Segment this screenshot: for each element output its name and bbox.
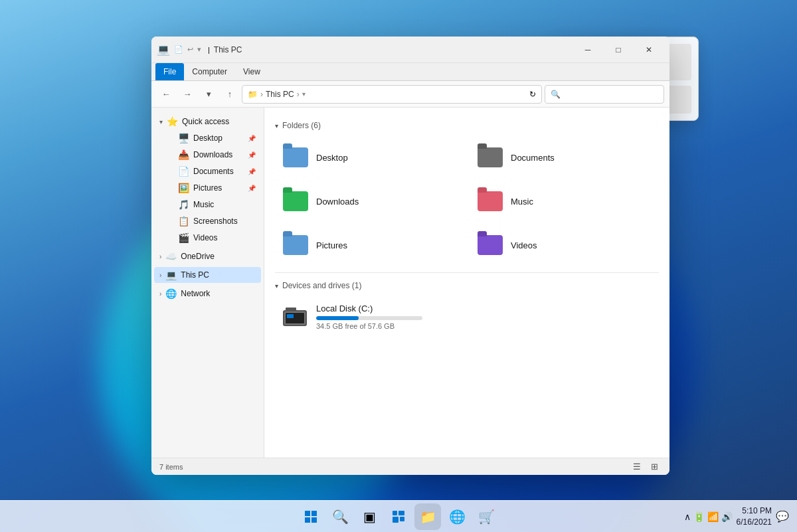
file-explorer-taskbar-button[interactable]: 📁 bbox=[414, 503, 441, 530]
details-view-button[interactable]: ☰ bbox=[630, 460, 644, 474]
navigation-bar: ← → ▾ ↑ 📁 › This PC › ▾ ↻ 🔍 bbox=[151, 81, 669, 108]
sidebar-item-videos[interactable]: 🎬 Videos bbox=[154, 230, 261, 246]
sidebar-item-quick-access[interactable]: ▾ ⭐ Quick access bbox=[154, 114, 261, 130]
videos-folder-icon-wrap bbox=[476, 231, 504, 259]
forward-button[interactable]: → bbox=[178, 85, 197, 104]
drive-c[interactable]: Local Disk (C:) 34.5 GB free of 57.6 GB bbox=[275, 298, 659, 335]
tab-computer[interactable]: Computer bbox=[184, 63, 235, 80]
sidebar-section-network: › 🌐 Network bbox=[151, 286, 264, 302]
chevron-up-icon[interactable]: ∧ bbox=[684, 511, 691, 522]
sidebar-downloads-label: Downloads bbox=[193, 150, 232, 159]
svg-rect-12 bbox=[393, 517, 398, 523]
window-icon: 💻 bbox=[157, 43, 170, 56]
up-button[interactable]: ↑ bbox=[221, 85, 239, 104]
edge-browser-button[interactable]: 🌐 bbox=[444, 503, 470, 530]
pictures-icon: 🖼️ bbox=[178, 183, 189, 193]
address-bar[interactable]: 📁 › This PC › ▾ ↻ bbox=[242, 85, 542, 104]
qt-dropdown-icon[interactable]: ▾ bbox=[197, 45, 201, 54]
tab-view[interactable]: View bbox=[235, 63, 268, 80]
ribbon: File Computer View bbox=[151, 63, 669, 81]
tiles-view-button[interactable]: ⊞ bbox=[647, 460, 662, 474]
folder-music[interactable]: Music bbox=[470, 182, 659, 221]
sidebar-item-documents[interactable]: 📄 Documents 📌 bbox=[154, 163, 261, 179]
maximize-button[interactable]: □ bbox=[603, 39, 634, 60]
drives-section: Local Disk (C:) 34.5 GB free of 57.6 GB bbox=[275, 298, 659, 335]
file-explorer-window: 💻 📄 ↩ ▾ | This PC ─ □ ✕ File Computer Vi… bbox=[151, 37, 669, 475]
sidebar-item-music[interactable]: 🎵 Music bbox=[154, 197, 261, 213]
close-button[interactable]: ✕ bbox=[634, 39, 664, 60]
sidebar-screenshots-label: Screenshots bbox=[193, 217, 238, 226]
drives-section-title: Devices and drives (1) bbox=[282, 281, 361, 290]
expand-icon: ▾ bbox=[159, 118, 163, 126]
drive-c-icon bbox=[282, 305, 308, 329]
search-button[interactable]: 🔍 bbox=[327, 503, 353, 530]
taskbar-center: 🔍 ▣ 📁 🌐 🛒 bbox=[298, 503, 499, 530]
folder-videos[interactable]: Videos bbox=[470, 226, 659, 264]
network-icon: 🌐 bbox=[165, 288, 177, 299]
quick-access-label: Quick access bbox=[182, 117, 229, 126]
sidebar-item-network[interactable]: › 🌐 Network bbox=[154, 286, 261, 302]
sidebar-section-onedrive: › ☁️ OneDrive bbox=[151, 248, 264, 264]
drives-section-header: ▾ Devices and drives (1) bbox=[275, 281, 659, 290]
qt-save-icon[interactable]: 📄 bbox=[174, 45, 183, 54]
notification-icon[interactable]: 💬 bbox=[776, 510, 789, 523]
system-tray: ∧ 🔋 📶 🔊 bbox=[684, 511, 733, 522]
content-pane: ▾ Folders (6) Desktop Documents bbox=[264, 108, 669, 458]
folder-desktop[interactable]: Desktop bbox=[275, 138, 464, 177]
back-button[interactable]: ← bbox=[157, 85, 175, 104]
store-button[interactable]: 🛒 bbox=[473, 503, 499, 530]
address-expand-icon[interactable]: ▾ bbox=[302, 90, 306, 98]
tab-file[interactable]: File bbox=[155, 63, 184, 80]
folders-collapse-icon[interactable]: ▾ bbox=[275, 122, 278, 130]
music-folder-icon bbox=[478, 191, 503, 211]
drive-c-info: Local Disk (C:) 34.5 GB free of 57.6 GB bbox=[316, 304, 652, 330]
search-box[interactable]: 🔍 bbox=[545, 85, 664, 104]
minimize-button[interactable]: ─ bbox=[573, 39, 603, 60]
documents-folder-icon bbox=[478, 147, 503, 167]
task-view-button[interactable]: ▣ bbox=[356, 503, 383, 530]
volume-icon[interactable]: 🔊 bbox=[721, 511, 733, 522]
sidebar-item-downloads[interactable]: 📥 Downloads 📌 bbox=[154, 147, 261, 163]
sidebar-item-screenshots[interactable]: 📋 Screenshots bbox=[154, 213, 261, 229]
pictures-folder-name: Pictures bbox=[316, 240, 347, 250]
drive-c-fill bbox=[316, 316, 359, 320]
qt-undo-icon[interactable]: ↩ bbox=[187, 45, 193, 54]
sidebar-item-this-pc[interactable]: › 💻 This PC bbox=[154, 267, 261, 283]
sidebar-documents-label: Documents bbox=[193, 167, 234, 176]
desktop-folder-name: Desktop bbox=[316, 153, 348, 163]
refresh-button[interactable]: ↻ bbox=[529, 90, 536, 99]
address-separator: › bbox=[260, 90, 263, 99]
videos-icon: 🎬 bbox=[178, 232, 189, 243]
widgets-button[interactable] bbox=[385, 503, 412, 530]
address-folder-icon: 📁 bbox=[248, 90, 258, 99]
music-folder-name: Music bbox=[511, 197, 533, 207]
sidebar-videos-label: Videos bbox=[193, 233, 217, 242]
drives-collapse-icon[interactable]: ▾ bbox=[275, 282, 278, 290]
onedrive-label: OneDrive bbox=[181, 252, 215, 261]
sidebar-item-desktop[interactable]: 🖥️ Desktop 📌 bbox=[154, 130, 261, 146]
history-dropdown-button[interactable]: ▾ bbox=[199, 85, 218, 104]
sidebar-section-quick-access: ▾ ⭐ Quick access 🖥️ Desktop 📌 📥 Download… bbox=[151, 114, 264, 246]
address-path: This PC bbox=[266, 90, 294, 99]
folder-documents[interactable]: Documents bbox=[470, 138, 659, 177]
downloads-icon: 📥 bbox=[178, 149, 189, 160]
address-separator2: › bbox=[297, 90, 300, 99]
start-button[interactable] bbox=[298, 503, 324, 530]
battery-icon: 🔋 bbox=[693, 511, 705, 522]
status-bar: 7 items ☰ ⊞ bbox=[151, 458, 669, 475]
desktop-folder-icon-wrap bbox=[282, 143, 310, 171]
clock[interactable]: 5:10 PM 6/16/2021 bbox=[737, 505, 772, 528]
expand-icon-onedrive: › bbox=[159, 253, 161, 260]
svg-rect-13 bbox=[400, 517, 404, 521]
pin-icon-2: 📌 bbox=[248, 151, 256, 159]
folder-pictures[interactable]: Pictures bbox=[275, 226, 464, 264]
sidebar-item-onedrive[interactable]: › ☁️ OneDrive bbox=[154, 248, 261, 264]
sidebar-item-pictures[interactable]: 🖼️ Pictures 📌 bbox=[154, 180, 261, 196]
expand-icon-this-pc: › bbox=[159, 272, 161, 279]
title-bar: 💻 📄 ↩ ▾ | This PC ─ □ ✕ bbox=[151, 37, 669, 63]
network-label: Network bbox=[181, 289, 210, 298]
videos-folder-icon bbox=[478, 235, 503, 255]
wifi-icon: 📶 bbox=[707, 511, 719, 522]
folder-downloads[interactable]: Downloads bbox=[275, 182, 464, 221]
downloads-folder-icon bbox=[283, 191, 308, 211]
